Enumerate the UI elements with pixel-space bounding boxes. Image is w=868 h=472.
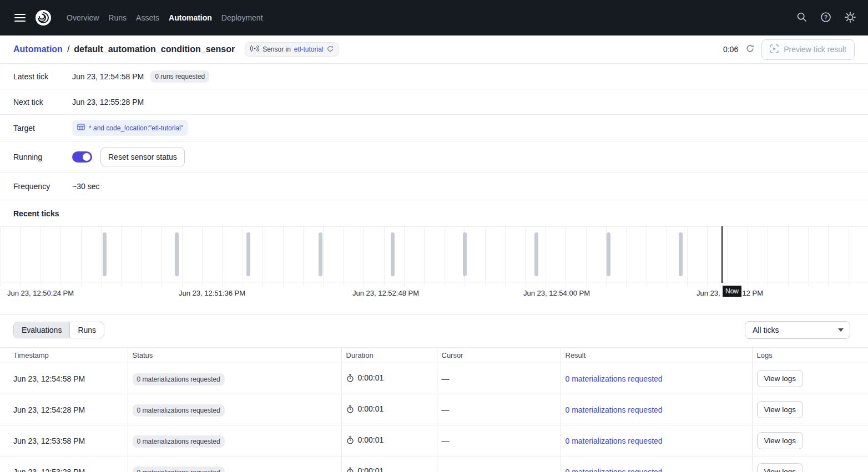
svg-text:?: ? bbox=[824, 14, 827, 21]
sensor-icon bbox=[250, 45, 259, 54]
nav-item-deployment[interactable]: Deployment bbox=[221, 13, 263, 22]
evaluation-row: Jun 23, 12:53:58 PM0 materializations re… bbox=[0, 425, 868, 456]
gear-icon bbox=[845, 12, 856, 24]
cell-duration: 0:00:01 bbox=[341, 394, 437, 425]
nav-item-assets[interactable]: Assets bbox=[136, 13, 159, 22]
cell-result: 0 materializations requested bbox=[561, 363, 752, 394]
cell-logs: View logs bbox=[752, 456, 868, 472]
evaluation-row: Jun 23, 12:54:28 PM0 materializations re… bbox=[0, 394, 868, 425]
cell-result: 0 materializations requested bbox=[561, 456, 752, 472]
tick-bar[interactable] bbox=[607, 232, 610, 276]
duration-value: 0:00:01 bbox=[358, 466, 384, 472]
tick-bar[interactable] bbox=[319, 232, 322, 276]
running-toggle[interactable] bbox=[72, 151, 92, 163]
column-header-duration: Duration bbox=[341, 348, 437, 363]
target-selection-chip[interactable]: * and code_location:"etl-tutorial" bbox=[72, 120, 188, 136]
preview-tick-result-button[interactable]: Preview tick result bbox=[761, 39, 855, 60]
view-logs-button[interactable]: View logs bbox=[757, 370, 804, 387]
settings-button[interactable] bbox=[841, 9, 859, 27]
cell-logs: View logs bbox=[752, 425, 868, 456]
view-logs-button[interactable]: View logs bbox=[757, 463, 804, 472]
evaluations-table: TimestampStatusDurationCursorResultLogs … bbox=[0, 347, 868, 472]
frequency-label: Frequency bbox=[0, 182, 72, 191]
sync-icon bbox=[327, 45, 334, 54]
nav-item-automation[interactable]: Automation bbox=[169, 13, 212, 22]
cell-cursor: — bbox=[437, 394, 561, 425]
detail-row-target: Target * and code_location:"etl-tutorial… bbox=[0, 115, 868, 141]
toggle-knob bbox=[83, 153, 90, 161]
hamburger-menu-button[interactable] bbox=[9, 7, 31, 29]
column-header-status: Status bbox=[128, 348, 341, 363]
cell-result: 0 materializations requested bbox=[561, 394, 752, 425]
latest-tick-time: Jun 23, 12:54:58 PM bbox=[72, 72, 144, 81]
page-header: Automation / default_automation_conditio… bbox=[0, 35, 868, 64]
cell-cursor: — bbox=[437, 425, 561, 456]
frequency-value: ~30 sec bbox=[72, 182, 99, 191]
cell-logs: View logs bbox=[752, 363, 868, 394]
status-badge: 0 materializations requested bbox=[133, 435, 225, 448]
tab-runs[interactable]: Runs bbox=[69, 322, 104, 338]
target-label: Target bbox=[0, 124, 72, 133]
result-link[interactable]: 0 materializations requested bbox=[566, 437, 663, 445]
reset-sensor-status-button[interactable]: Reset sensor status bbox=[100, 148, 185, 166]
tick-bar[interactable] bbox=[175, 232, 179, 276]
cell-timestamp: Jun 23, 12:54:58 PM bbox=[0, 363, 128, 394]
cell-duration: 0:00:01 bbox=[341, 363, 437, 394]
tick-bar[interactable] bbox=[103, 232, 107, 276]
section-divider bbox=[0, 314, 868, 315]
tick-bar[interactable] bbox=[534, 232, 538, 276]
etl-tutorial-link[interactable]: etl-tutorial bbox=[294, 45, 324, 53]
nav-item-overview[interactable]: Overview bbox=[67, 13, 99, 22]
timeline-plot-area[interactable] bbox=[0, 226, 868, 282]
cell-result: 0 materializations requested bbox=[561, 425, 752, 456]
stopwatch-icon bbox=[346, 405, 354, 413]
tick-bar[interactable] bbox=[391, 232, 395, 276]
column-header-result: Result bbox=[561, 348, 752, 363]
result-link[interactable]: 0 materializations requested bbox=[566, 374, 663, 383]
cell-timestamp: Jun 23, 12:53:58 PM bbox=[0, 425, 128, 456]
primary-nav: OverviewRunsAssetsAutomationDeployment bbox=[67, 13, 263, 22]
cell-cursor: — bbox=[437, 456, 561, 472]
dagster-logo[interactable] bbox=[34, 9, 52, 27]
preview-tick-icon bbox=[770, 44, 779, 55]
cell-timestamp: Jun 23, 12:53:28 PM bbox=[0, 456, 128, 472]
duration-value: 0:00:01 bbox=[358, 373, 384, 382]
target-selection-text: * and code_location:"etl-tutorial" bbox=[89, 124, 183, 132]
recent-ticks-heading: Recent ticks bbox=[0, 200, 868, 226]
tick-bar[interactable] bbox=[246, 232, 250, 276]
sensor-context-badge: Sensor in etl-tutorial bbox=[245, 42, 339, 57]
breadcrumb-automation-link[interactable]: Automation bbox=[13, 44, 63, 54]
next-tick-label: Next tick bbox=[0, 98, 72, 106]
refresh-button[interactable] bbox=[744, 43, 756, 55]
evaluation-row: Jun 23, 12:54:58 PM0 materializations re… bbox=[0, 363, 868, 394]
result-link[interactable]: 0 materializations requested bbox=[566, 405, 663, 414]
breadcrumb-separator: / bbox=[67, 44, 69, 54]
detail-row-next-tick: Next tick Jun 23, 12:55:28 PM bbox=[0, 89, 868, 115]
cell-status: 0 materializations requested bbox=[128, 456, 341, 472]
tick-countdown: 0:06 bbox=[723, 45, 738, 54]
tick-bar[interactable] bbox=[463, 232, 467, 276]
top-nav-bar: OverviewRunsAssetsAutomationDeployment ? bbox=[0, 0, 868, 35]
view-logs-button[interactable]: View logs bbox=[757, 401, 804, 418]
nav-item-runs[interactable]: Runs bbox=[108, 13, 127, 22]
recent-ticks-timeline: Jun 23, 12:50:24 PMJun 23, 12:51:36 PMJu… bbox=[0, 226, 868, 307]
result-link[interactable]: 0 materializations requested bbox=[566, 468, 663, 472]
view-logs-button[interactable]: View logs bbox=[757, 432, 804, 449]
evaluations-toolbar: Evaluations Runs All ticks bbox=[13, 321, 850, 339]
help-button[interactable]: ? bbox=[817, 9, 835, 27]
search-button[interactable] bbox=[793, 9, 810, 27]
detail-row-running: Running Reset sensor status bbox=[0, 141, 868, 172]
cell-logs: View logs bbox=[752, 394, 868, 425]
header-actions: 0:06 Preview tick result bbox=[723, 39, 855, 60]
ticks-filter-select[interactable]: All ticks bbox=[745, 321, 850, 339]
tick-bar[interactable] bbox=[679, 232, 683, 276]
chevron-down-icon bbox=[838, 328, 844, 332]
column-header-logs: Logs bbox=[752, 348, 868, 363]
column-header-cursor: Cursor bbox=[437, 348, 561, 363]
ticks-filter-value: All ticks bbox=[753, 326, 779, 334]
duration-value: 0:00:01 bbox=[358, 404, 384, 413]
timeline-axis-label: Jun 23, 12:51:36 PM bbox=[179, 288, 248, 298]
search-icon bbox=[796, 12, 807, 24]
cell-status: 0 materializations requested bbox=[128, 425, 341, 456]
tab-evaluations[interactable]: Evaluations bbox=[14, 322, 69, 338]
